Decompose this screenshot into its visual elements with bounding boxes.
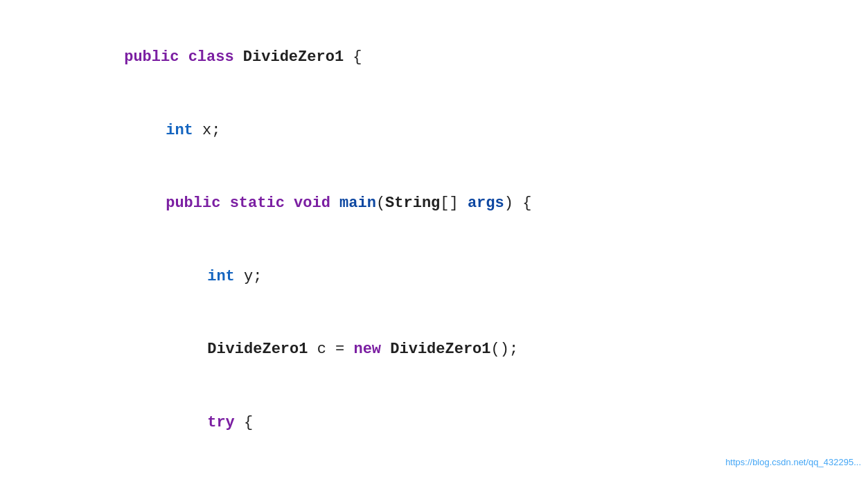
- code-line-3: public static void main(String[] args) {: [42, 167, 826, 240]
- type-string: String: [385, 195, 440, 212]
- type-dividezero1-1: DivideZero1: [207, 341, 308, 358]
- keyword-class: class: [188, 48, 234, 66]
- keyword-try: try: [207, 414, 235, 431]
- type-dividezero1-2: DivideZero1: [390, 341, 490, 358]
- code-line-5: DivideZero1 c = new DivideZero1();: [42, 313, 826, 386]
- code-line-1: public class DivideZero1 {: [42, 21, 826, 94]
- code-line-6: try {: [42, 386, 826, 460]
- keyword-public-2: public: [166, 195, 220, 212]
- param-args: args: [468, 195, 504, 212]
- keyword-int-1: int: [166, 122, 193, 139]
- method-main: main: [339, 195, 376, 212]
- keyword-public-1: public: [124, 48, 179, 66]
- keyword-static: static: [230, 195, 285, 212]
- watermark: https://blog.csdn.net/qq_432295...: [725, 457, 861, 467]
- keyword-void: void: [294, 195, 330, 212]
- classname-1: DivideZero1: [243, 48, 344, 66]
- code-line-4: int y;: [42, 240, 826, 314]
- keyword-new: new: [353, 341, 381, 358]
- keyword-int-2: int: [207, 268, 235, 285]
- code-line-2: int x;: [42, 94, 826, 168]
- code-block: public class DivideZero1 { int x; public…: [42, 14, 826, 477]
- main-container: public class DivideZero1 { int x; public…: [0, 0, 868, 477]
- code-line-7: y = 3 / c.x;: [42, 459, 826, 477]
